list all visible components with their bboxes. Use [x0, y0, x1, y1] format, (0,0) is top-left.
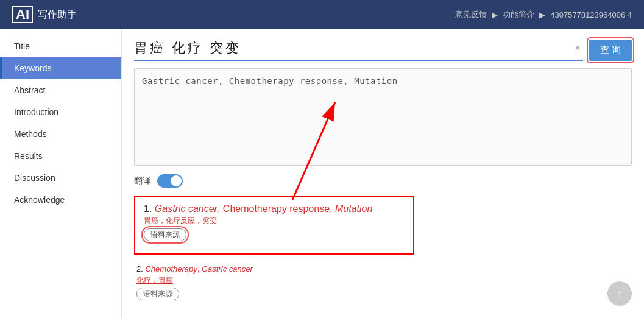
result-1-term3: Mutation: [335, 203, 372, 214]
header: AI 写作助手 意见反馈 ▶ 功能简介 ▶ 43075778123964006 …: [0, 0, 644, 29]
sidebar-item-discussion[interactable]: Discussion: [0, 167, 121, 189]
logo-ai: AI: [12, 6, 33, 23]
logo-text: 写作助手: [38, 9, 77, 21]
result-2-source-btn[interactable]: 语料来源: [136, 288, 179, 300]
search-keywords-display: 胃癌 化疗 突变: [134, 39, 575, 57]
result-1-zh-text: 胃癌: [144, 216, 158, 225]
result-item-1: 1. Gastric cancer, Chemotherapy response…: [141, 203, 407, 241]
nav-features[interactable]: 功能简介: [503, 9, 534, 20]
translate-label: 翻译: [134, 175, 151, 186]
sidebar-item-abstract[interactable]: Abstract: [0, 79, 121, 101]
toggle-knob: [171, 175, 182, 186]
header-nav: 意见反馈 ▶ 功能简介 ▶ 43075778123964006 4: [455, 9, 632, 20]
sidebar-item-results[interactable]: Results: [0, 145, 121, 167]
result-item-2: 2. Chemotherapy, Gastric cancer 化疗，胃癌 语料…: [134, 263, 632, 300]
nav-arrow2: ▶: [539, 10, 545, 19]
search-input-wrap: 胃癌 化疗 突变 ×: [134, 39, 583, 61]
sidebar-item-acknowledge[interactable]: Acknowledge: [0, 189, 121, 211]
query-button[interactable]: 查 询: [589, 40, 632, 61]
clear-button[interactable]: ×: [575, 43, 580, 54]
nav-id: 43075778123964006 4: [550, 10, 632, 19]
result-1-sep2: response,: [287, 203, 335, 214]
sidebar: Title Keywords Abstract Introduction Met…: [0, 29, 122, 318]
results-box: 1. Gastric cancer, Chemotherapy response…: [134, 196, 414, 255]
result-1-zh: 胃癌，化疗反应，突变: [144, 216, 407, 226]
result-1-term2: Chemotherapy: [223, 203, 287, 214]
result-2-num: 2.: [136, 264, 145, 274]
nav-arrow1: ▶: [492, 10, 498, 19]
result-1-term1: Gastric cancer: [155, 203, 218, 214]
translate-toggle[interactable]: [157, 174, 183, 188]
sidebar-item-introduction[interactable]: Introduction: [0, 101, 121, 123]
search-bar: 胃癌 化疗 突变 × 查 询: [134, 39, 632, 61]
result-2-zh: 化疗，胃癌: [136, 275, 632, 286]
result-1-source-btn[interactable]: 语料来源: [144, 228, 186, 241]
keywords-textarea[interactable]: Gastric cancer, Chemotherapy response, M…: [134, 68, 632, 166]
content-area: 胃癌 化疗 突变 × 查 询 Gastric cancer, Chemother…: [122, 29, 644, 318]
result-2-en: 2. Chemotherapy, Gastric cancer: [136, 263, 632, 274]
sidebar-item-methods[interactable]: Methods: [0, 123, 121, 145]
result-1-en: 1. Gastric cancer, Chemotherapy response…: [144, 203, 407, 214]
result-2-term1: Chemotherapy: [145, 264, 197, 274]
sidebar-item-title[interactable]: Title: [0, 35, 121, 57]
result-2-sep1: ,: [197, 264, 202, 274]
source-btn-wrap: 语料来源: [144, 226, 186, 241]
app-container: AI 写作助手 意见反馈 ▶ 功能简介 ▶ 43075778123964006 …: [0, 0, 644, 318]
r1-sep: ，: [158, 216, 166, 225]
result-1-zh-3: 突变: [202, 216, 217, 225]
translate-row: 翻译: [134, 174, 632, 188]
result-1-sep1: ,: [218, 203, 223, 214]
result-num: 1.: [144, 203, 155, 214]
result-2-term2: Gastric cancer: [202, 264, 253, 274]
scroll-up-button[interactable]: ↑: [607, 281, 632, 306]
nav-feedback[interactable]: 意见反馈: [455, 9, 487, 20]
r1-sep2: ，: [195, 216, 202, 225]
result-1-zh-2: 化疗反应: [166, 216, 195, 225]
logo-area: AI 写作助手: [12, 6, 77, 23]
main-layout: Title Keywords Abstract Introduction Met…: [0, 29, 644, 318]
sidebar-item-keywords[interactable]: Keywords: [0, 57, 121, 79]
